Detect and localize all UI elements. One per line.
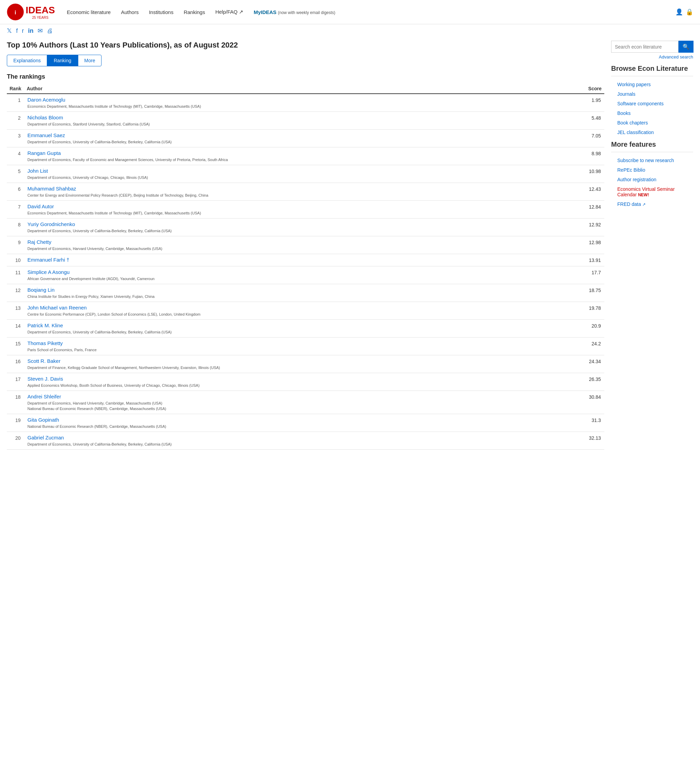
score-cell: 24.2: [580, 338, 604, 355]
header-icons: 👤 🔒: [675, 8, 693, 16]
author-cell: Muhammad ShahbazCenter for Energy and En…: [24, 183, 580, 201]
sidebar-link-subscribe[interactable]: Subscribe to new research: [611, 155, 693, 165]
author-name-link[interactable]: David Autor: [27, 204, 577, 209]
print-icon[interactable]: 🖨: [47, 27, 53, 35]
author-name-link[interactable]: Boqiang Lin: [27, 287, 577, 293]
author-name-link[interactable]: Emmanuel Saez: [27, 132, 577, 138]
facebook-icon[interactable]: f: [16, 27, 18, 35]
author-name-link[interactable]: Muhammad Shahbaz: [27, 186, 577, 192]
section-heading: The rankings: [7, 73, 604, 80]
rank-cell: 14: [7, 320, 24, 338]
author-name-link[interactable]: Nicholas Bloom: [27, 115, 577, 120]
author-name-link[interactable]: Raj Chetty: [27, 239, 577, 245]
nav-institutions[interactable]: Institutions: [147, 8, 175, 17]
sidebar-link-books[interactable]: Books: [611, 109, 693, 118]
sidebar-link-software-components[interactable]: Software components: [611, 99, 693, 109]
author-cell: Raj ChettyDepartment of Economics, Harva…: [24, 236, 580, 254]
author-header: Author: [24, 84, 580, 94]
advanced-search-link[interactable]: Advanced search: [611, 54, 693, 60]
sidebar-link-jel-classification[interactable]: JEL classification: [611, 127, 693, 137]
external-link-icon: ↗: [642, 202, 646, 207]
logo[interactable]: i IDEAS 25 YEARS: [7, 3, 55, 20]
rank-cell: 13: [7, 302, 24, 320]
rank-cell: 16: [7, 355, 24, 373]
author-cell: Simplice A AsonguAfrican Governance and …: [24, 266, 580, 284]
rank-cell: 20: [7, 432, 24, 450]
rank-cell: 15: [7, 338, 24, 355]
nav-myideas[interactable]: MyIDEAS (now with weekly email digests): [252, 8, 337, 17]
score-cell: 26.35: [580, 373, 604, 391]
author-name-link[interactable]: Gita Gopinath: [27, 417, 577, 423]
author-affiliation: Centre for Economic Performance (CEP), L…: [27, 312, 200, 316]
author-cell: Andrei ShleiferDepartment of Economics, …: [24, 391, 580, 414]
score-cell: 19.78: [580, 302, 604, 320]
author-name-link[interactable]: Scott R. Baker: [27, 358, 577, 364]
author-name-link[interactable]: John List: [27, 168, 577, 174]
rank-cell: 11: [7, 266, 24, 284]
table-row: 1Daron AcemogluEconomics Department, Mas…: [7, 94, 604, 112]
linkedin-icon[interactable]: in: [28, 27, 33, 35]
author-name-link[interactable]: Rangan Gupta: [27, 150, 577, 156]
sidebar: 🔍 Advanced search Browse Econ Literature…: [611, 41, 693, 450]
author-name-link[interactable]: Steven J. Davis: [27, 376, 577, 382]
author-name-link[interactable]: Thomas Piketty: [27, 340, 577, 346]
author-name-link[interactable]: Andrei Shleifer: [27, 394, 577, 400]
score-header: Score: [580, 84, 604, 94]
social-bar: 𝕏 f r in ✉ 🖨: [0, 24, 700, 37]
search-button[interactable]: 🔍: [678, 41, 693, 53]
sidebar-link-book-chapters[interactable]: Book chapters: [611, 118, 693, 127]
author-affiliation: Department of Economics, Harvard Univers…: [27, 247, 162, 251]
author-name-link[interactable]: Gabriel Zucman: [27, 435, 577, 440]
email-icon[interactable]: ✉: [38, 27, 43, 35]
table-row: 8Yuriy GorodnichenkoDepartment of Econom…: [7, 219, 604, 236]
author-name-link[interactable]: Yuriy Gorodnichenko: [27, 221, 577, 227]
nav-economic-literature[interactable]: Economic literature: [65, 8, 112, 17]
main-layout: Top 10% Authors (Last 10 Years Publicati…: [0, 37, 700, 453]
score-cell: 1.95: [580, 94, 604, 112]
author-affiliation: Department of Economics, Stanford Univer…: [27, 122, 150, 126]
author-affiliation: Department of Economics, University of C…: [27, 176, 148, 179]
nav-authors[interactable]: Authors: [119, 8, 140, 17]
rank-header: Rank: [7, 84, 24, 94]
table-row: 3Emmanuel SaezDepartment of Economics, U…: [7, 130, 604, 147]
author-affiliation: Department of Economics, University of C…: [27, 330, 172, 334]
new-badge: NEW!: [638, 192, 649, 197]
lock-icon[interactable]: 🔒: [686, 8, 693, 16]
person-icon[interactable]: 👤: [675, 8, 683, 16]
score-cell: 24.34: [580, 355, 604, 373]
score-cell: 20.9: [580, 320, 604, 338]
table-row: 9Raj ChettyDepartment of Economics, Harv…: [7, 236, 604, 254]
sidebar-link-journals[interactable]: Journals: [611, 89, 693, 99]
author-cell: David AutorEconomics Department, Massach…: [24, 201, 580, 219]
nav-help-faq[interactable]: Help/FAQ ↗: [213, 7, 245, 17]
sidebar-link-repec-biblio[interactable]: RePEc Biblio: [611, 165, 693, 175]
score-cell: 12.92: [580, 219, 604, 236]
table-row: 12Boqiang LinChina Institute for Studies…: [7, 284, 604, 302]
rank-cell: 8: [7, 219, 24, 236]
author-name-link[interactable]: Daron Acemoglu: [27, 97, 577, 103]
twitter-icon[interactable]: 𝕏: [7, 27, 12, 35]
reddit-icon[interactable]: r: [22, 27, 24, 35]
rank-cell: 2: [7, 112, 24, 130]
nav-myideas-sub: (now with weekly email digests): [278, 10, 335, 15]
rank-cell: 3: [7, 130, 24, 147]
sidebar-link-working-papers[interactable]: Working papers: [611, 80, 693, 89]
content-area: Top 10% Authors (Last 10 Years Publicati…: [7, 41, 604, 450]
search-input[interactable]: [611, 41, 678, 53]
tab-more[interactable]: More: [78, 55, 102, 66]
sidebar-link-fred-data[interactable]: FRED data ↗: [611, 199, 693, 209]
sidebar-link-economics-virtual-seminar[interactable]: Economics Virtual Seminar Calendar NEW!: [611, 184, 693, 199]
rank-cell: 5: [7, 165, 24, 183]
rank-cell: 10: [7, 254, 24, 266]
author-cell: Gabriel ZucmanDepartment of Economics, U…: [24, 432, 580, 450]
author-name-link[interactable]: Emmanuel Farhi †: [27, 257, 577, 262]
author-name-link[interactable]: John Michael van Reenen: [27, 305, 577, 311]
tab-ranking[interactable]: Ranking: [47, 55, 78, 66]
tab-explanations[interactable]: Explanations: [7, 55, 47, 66]
author-name-link[interactable]: Patrick M. Kline: [27, 323, 577, 328]
nav-rankings[interactable]: Rankings: [182, 8, 207, 17]
score-cell: 18.75: [580, 284, 604, 302]
author-name-link[interactable]: Simplice A Asongu: [27, 269, 577, 275]
sidebar-link-author-registration[interactable]: Author registration: [611, 175, 693, 184]
table-row: 4Rangan GuptaDepartment of Economics, Fa…: [7, 147, 604, 165]
